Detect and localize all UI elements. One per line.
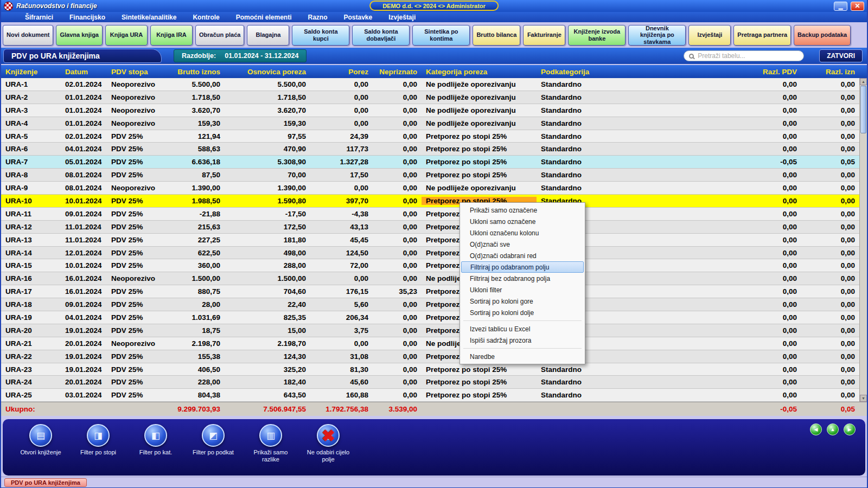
table-row-ura-5[interactable]: URA-502.01.2024PDV 25%121,9497,5524,390,…: [1, 130, 867, 143]
table-row-ura-8[interactable]: URA-808.01.2024PDV 25%87,5070,0017,500,0…: [1, 169, 867, 182]
context-menu-item-ukloni-samo-ozna-ene[interactable]: Ukloni samo označene: [461, 216, 584, 227]
table-row-ura-17[interactable]: URA-1716.01.2024PDV 25%880,75704,60176,1…: [1, 285, 867, 298]
close-button[interactable]: ✕: [851, 2, 864, 11]
toolbar-button-knjiga-ura[interactable]: Knjiga URA: [105, 25, 148, 46]
toolbar-button-knjiga-ira[interactable]: Knjiga IRA: [150, 25, 193, 46]
context-menu-item-o-d-zna-i-odabrani-red[interactable]: O(d)znači odabrani red: [461, 250, 584, 261]
bottom-button-filter-po-kat[interactable]: ◧Filter po kat.: [131, 424, 181, 463]
totals-cell: 3.539,00: [373, 405, 422, 413]
table-row-ura-15[interactable]: URA-1510.01.2024PDV 25%360,00288,0072,00…: [1, 259, 867, 272]
table-cell: 1.500,00: [225, 274, 310, 282]
menubar-item-razno[interactable]: Razno: [308, 14, 327, 21]
table-row-ura-21[interactable]: URA-2120.01.2024Neoporezivo2.198,702.198…: [1, 337, 867, 350]
toolbar-button-blagajna[interactable]: Blagajna: [247, 25, 289, 46]
menubar-item-ifrarnici[interactable]: Šifrarnici: [25, 14, 53, 21]
toolbar-button-izvje-taji[interactable]: Izvještaji: [688, 25, 731, 46]
scrollbar-thumb[interactable]: [860, 86, 866, 133]
column-header-porez[interactable]: Porez: [310, 68, 373, 76]
column-header-brutto-iznos[interactable]: Brutto iznos: [164, 68, 225, 76]
table-row-ura-22[interactable]: URA-2219.01.2024PDV 25%155,38124,3031,08…: [1, 350, 867, 363]
toolbar-button-saldo-konta-dobavlja-i[interactable]: Saldo konta dobavljači: [352, 25, 410, 46]
table-row-ura-10[interactable]: URA-1010.01.2024PDV 25%1.988,501.590,803…: [1, 195, 867, 208]
menubar-item-pomo-ni-elementi[interactable]: Pomoćni elementi: [236, 14, 292, 21]
bottom-button-filter-po-stopi[interactable]: ◨Filter po stopi: [73, 424, 123, 463]
menubar-item-postavke[interactable]: Postavke: [343, 14, 372, 21]
context-menu-item-filtriraj-po-odabranom-polju[interactable]: Filtriraj po odabranom polju: [461, 261, 584, 273]
context-menu-item-ispi-i-sadr-aj-prozora[interactable]: Ispiši sadržaj prozora: [461, 335, 584, 346]
table-row-ura-25[interactable]: URA-2503.01.2024PDV 25%804,38643,50160,8…: [1, 389, 867, 402]
column-header-podkategorija[interactable]: Podkategorija: [537, 68, 698, 76]
toolbar-button-brutto-bilanca[interactable]: Brutto bilanca: [473, 25, 520, 46]
table-row-ura-1[interactable]: URA-102.01.2024Neoporezivo5.500,005.500,…: [1, 78, 867, 91]
bottom-button-prika-i-samo-razlike[interactable]: ▥Prikaži samo razlike: [246, 424, 296, 463]
table-row-ura-4[interactable]: URA-401.01.2024Neoporezivo159,30159,300,…: [1, 117, 867, 130]
context-menu-item-sortiraj-po-koloni-dolje[interactable]: Sortiraj po koloni dolje: [461, 307, 584, 318]
context-menu-item-o-d-zna-i-sve[interactable]: O(d)znači sve: [461, 239, 584, 250]
table-row-ura-24[interactable]: URA-2420.01.2024PDV 25%228,00182,4045,60…: [1, 376, 867, 389]
column-header-kategorija-poreza[interactable]: Kategorija poreza: [422, 68, 537, 76]
nav-up-button[interactable]: ▲: [827, 423, 839, 435]
table-row-ura-14[interactable]: URA-1412.01.2024PDV 25%622,50498,00124,5…: [1, 247, 867, 260]
bottom-button-ne-odabiri-cijelo-polje[interactable]: ▦Ne odabiri cijelo polje: [303, 424, 353, 463]
table-row-ura-3[interactable]: URA-301.01.2024Neoporezivo3.620,703.620,…: [1, 104, 867, 117]
context-menu-item-filtriraj-bez-odabranog-polja[interactable]: Filtriraj bez odabranog polja: [461, 273, 584, 284]
menubar-item-financijsko[interactable]: Financijsko: [69, 14, 105, 21]
scroll-up-icon[interactable]: ▲: [860, 78, 867, 85]
table-row-ura-18[interactable]: URA-1809.01.2024PDV 25%28,0022,405,600,0…: [1, 298, 867, 311]
minimize-button[interactable]: ▁: [834, 2, 847, 11]
toolbar-button-saldo-konta-kupci[interactable]: Saldo konta kupci: [292, 25, 349, 46]
bottom-button-otvori-knji-enje[interactable]: ▤Otvori knjiženje: [16, 424, 66, 463]
scrollbar-track[interactable]: [860, 134, 867, 395]
toolbar-button-knji-enje-izvoda-banke[interactable]: Knjiženje izvoda banke: [568, 25, 626, 46]
table-row-ura-12[interactable]: URA-1211.01.2024PDV 25%215,63172,5043,13…: [1, 221, 867, 234]
menubar-item-izvje-taji[interactable]: Izvještaji: [388, 14, 416, 21]
toolbar-button-backup-podataka[interactable]: Backup podataka: [794, 25, 851, 46]
search-input[interactable]: [698, 52, 799, 60]
toolbar-button-glavna-knjiga[interactable]: Glavna knjiga: [56, 25, 103, 46]
context-menu-item-ukloni-filter[interactable]: Ukloni filter: [461, 284, 584, 296]
context-menu-item-ukloni-ozna-enu-kolonu[interactable]: Ukloni označenu kolonu: [461, 227, 584, 239]
context-menu-item-izvezi-tablicu-u-excel[interactable]: Izvezi tablicu u Excel: [461, 323, 584, 335]
nav-left-button[interactable]: ◀: [810, 423, 822, 435]
column-header-datum[interactable]: Datum: [61, 68, 107, 76]
context-menu-item-naredbe[interactable]: Naredbe: [461, 351, 584, 362]
table-row-ura-13[interactable]: URA-1311.01.2024PDV 25%227,25181,8045,45…: [1, 234, 867, 247]
column-header-razl-izn[interactable]: Razl. izn: [801, 68, 859, 76]
context-menu-item-sortiraj-po-koloni-gore[interactable]: Sortiraj po koloni gore: [461, 296, 584, 307]
table-row-ura-19[interactable]: URA-1904.01.2024PDV 25%1.031,69825,35206…: [1, 311, 867, 324]
toolbar-button-fakturiranje[interactable]: Fakturiranje: [523, 25, 565, 46]
toolbar-button-obra-un-pla-a[interactable]: Obračun plaća: [195, 25, 244, 46]
nav-right-button[interactable]: ▶: [844, 423, 856, 435]
column-header-razl-pdv[interactable]: Razl. PDV: [698, 68, 801, 76]
toolbar-button-novi-dokument[interactable]: Novi dokument: [3, 25, 53, 46]
table-cell: URA-10: [1, 197, 61, 205]
close-view-button[interactable]: ZATVORI: [819, 49, 863, 62]
column-header-nepriznato[interactable]: Nepriznato: [373, 68, 422, 76]
table-cell: 31,08: [310, 352, 373, 361]
table-cell: 0,00: [698, 93, 801, 101]
toolbar-button-sintetika-po-kontima[interactable]: Sintetika po kontima: [412, 25, 470, 46]
table-row-ura-6[interactable]: URA-604.01.2024PDV 25%588,63470,90117,73…: [1, 143, 867, 156]
menubar-item-kontrole[interactable]: Kontrole: [193, 14, 219, 21]
table-row-ura-11[interactable]: URA-1109.01.2024PDV 25%-21,88-17,50-4,38…: [1, 208, 867, 221]
table-cell: 0,00: [373, 391, 422, 399]
table-row-ura-7[interactable]: URA-705.01.2024PDV 25%6.636,185.308,901.…: [1, 156, 867, 169]
menubar-item-sintetike-analitike[interactable]: Sintetike/analitike: [122, 14, 176, 21]
table-search[interactable]: [684, 50, 804, 61]
status-tab[interactable]: PDV po URA knjiženjima: [4, 478, 87, 487]
vertical-scrollbar[interactable]: ▲ ▼: [859, 78, 867, 402]
table-row-ura-23[interactable]: URA-2319.01.2024PDV 25%406,50325,2081,30…: [1, 363, 867, 376]
scroll-down-icon[interactable]: ▼: [860, 395, 867, 402]
toolbar-button-pretraga-partnera[interactable]: Pretraga partnera: [733, 25, 791, 46]
column-header-knji-enje[interactable]: Knjiženje: [1, 68, 61, 76]
table-row-ura-2[interactable]: URA-201.01.2024Neoporezivo1.718,501.718,…: [1, 91, 867, 104]
column-header-pdv-stopa[interactable]: PDV stopa: [107, 68, 164, 76]
table-row-ura-16[interactable]: URA-1616.01.2024Neoporezivo1.500,001.500…: [1, 272, 867, 285]
toolbar-button-dnevnik-knji-enja-po-stavkama[interactable]: Dnevnik knjiženja po stavkama: [628, 25, 686, 46]
context-menu-item-prika-i-samo-ozna-ene[interactable]: Prikaži samo označene: [461, 204, 584, 216]
bottom-button-filter-po-podkat[interactable]: ◩Filter po podkat: [188, 424, 238, 463]
column-header-osnovica-poreza[interactable]: Osnovica poreza: [225, 68, 310, 76]
table-cell: 03.01.2024: [61, 391, 107, 399]
table-row-ura-9[interactable]: URA-908.01.2024Neoporezivo1.390,001.390,…: [1, 182, 867, 195]
table-row-ura-20[interactable]: URA-2019.01.2024PDV 25%18,7515,003,750,0…: [1, 324, 867, 337]
